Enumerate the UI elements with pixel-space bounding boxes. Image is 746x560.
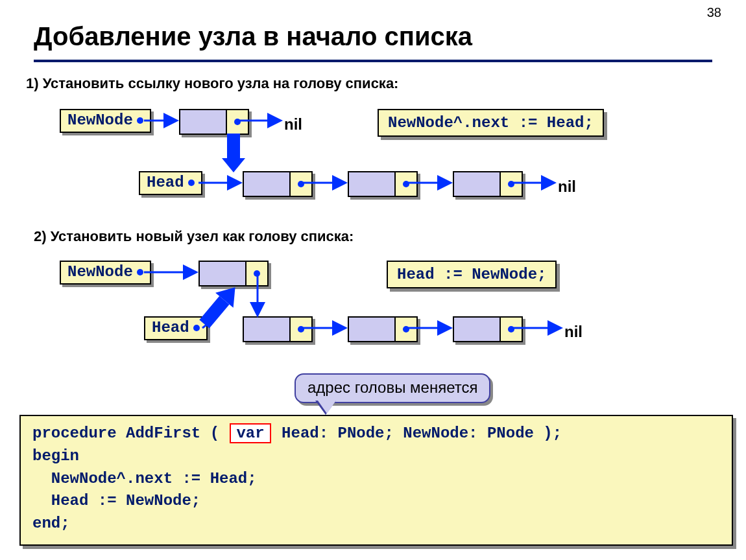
nil-label: nil — [284, 115, 302, 134]
proc-kw: procedure AddFirst ( — [32, 425, 228, 442]
newnode-label-2-text: NewNode — [67, 263, 133, 281]
node-ptr-cell — [396, 172, 416, 196]
list-node — [453, 316, 523, 342]
node-ptr-cell — [227, 110, 248, 134]
step1-heading: 1) Установить ссылку нового узла на голо… — [26, 75, 398, 92]
code-step2: Head := NewNode; — [387, 261, 557, 288]
slide-page: 38 Добавление узла в начало списка 1) Ус… — [0, 0, 746, 560]
pointer-dot-icon — [298, 326, 304, 332]
svg-rect-0 — [227, 134, 240, 158]
node-ptr-cell — [396, 318, 416, 341]
nil-label: nil — [558, 178, 576, 196]
callout-tail-icon — [318, 401, 336, 414]
list-node — [243, 171, 313, 197]
pointer-dot-icon — [193, 325, 200, 331]
node-ptr-cell — [501, 318, 522, 341]
head-label-2-text: Head — [152, 319, 189, 336]
newnode-label-1: NewNode — [60, 109, 151, 133]
head-label-2: Head — [144, 316, 208, 340]
newnode-label-2: NewNode — [60, 261, 151, 285]
list-node — [348, 171, 418, 197]
list-node — [453, 171, 523, 197]
callout-bubble: адрес головы меняется — [295, 373, 490, 403]
head-label-1: Head — [139, 171, 202, 195]
nil-label: nil — [564, 323, 583, 341]
newnode-label-1-text: NewNode — [67, 111, 133, 129]
step2-heading: 2) Установить новый узел как голову спис… — [34, 228, 354, 245]
pointer-dot-icon — [403, 326, 409, 332]
code-line: begin — [32, 447, 79, 465]
title-rule — [34, 60, 712, 62]
code-line: Head := NewNode; — [32, 492, 200, 509]
svg-marker-1 — [222, 158, 245, 172]
node-data-cell — [454, 318, 501, 341]
pointer-dot-icon — [508, 181, 514, 187]
pointer-dot-icon — [254, 270, 260, 277]
node-data-cell — [180, 110, 227, 134]
list-node — [199, 261, 269, 286]
pointer-dot-icon — [137, 269, 143, 275]
node-data-cell — [349, 318, 396, 341]
proc-rest: Head: PNode; NewNode: PNode ); — [272, 425, 562, 442]
node-ptr-cell — [291, 318, 311, 341]
code-step1: NewNode^.next := Head; — [378, 109, 604, 137]
list-node — [348, 316, 418, 342]
node-ptr-cell — [247, 262, 267, 285]
node-data-cell — [349, 172, 396, 196]
node-data-cell — [244, 318, 291, 341]
node-ptr-cell — [501, 172, 522, 196]
pointer-dot-icon — [188, 180, 195, 186]
node-data-cell — [200, 262, 247, 285]
big-arrow-down-icon — [222, 134, 245, 172]
pointer-dot-icon — [403, 181, 409, 187]
node-ptr-cell — [291, 172, 311, 196]
pointer-dot-icon — [137, 117, 143, 124]
slide-title: Добавление узла в начало списка — [34, 22, 472, 51]
list-node — [179, 109, 249, 135]
node-data-cell — [454, 172, 501, 196]
page-number: 38 — [707, 5, 721, 20]
list-node — [243, 316, 313, 342]
code-line: end; — [32, 515, 70, 532]
pointer-dot-icon — [298, 181, 304, 187]
code-procedure: procedure AddFirst ( var Head: PNode; Ne… — [19, 415, 733, 546]
node-data-cell — [244, 172, 291, 196]
var-keyword-highlight: var — [230, 423, 271, 443]
pointer-dot-icon — [508, 326, 514, 332]
pointer-dot-icon — [234, 119, 241, 125]
head-label-1-text: Head — [147, 174, 184, 191]
code-line: NewNode^.next := Head; — [32, 470, 257, 487]
